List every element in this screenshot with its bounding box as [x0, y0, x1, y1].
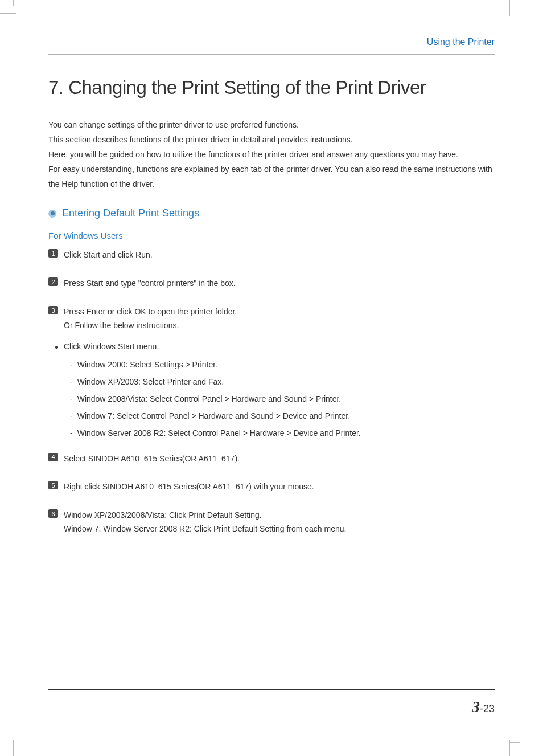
step-text: Select SINDOH A610_615 Series(OR A611_61…	[64, 452, 240, 466]
step-number-badge: 4	[48, 453, 58, 461]
dash-mark-icon: -	[70, 411, 73, 420]
dash-item: - Window 2000: Select Settings > Printer…	[70, 360, 495, 369]
dash-text: Window XP/2003: Select Printer and Fax.	[77, 377, 224, 386]
header-breadcrumb: Using the Printer	[48, 37, 495, 55]
step-3: 3 Press Enter or click OK to open the pr…	[48, 305, 495, 333]
step-text: Right click SINDOH A610_615 Series(OR A6…	[64, 480, 314, 494]
step-1: 1 Click Start and click Run.	[48, 248, 495, 262]
step-5: 5 Right click SINDOH A610_615 Series(OR …	[48, 480, 495, 494]
page-suffix: -23	[480, 703, 495, 714]
bullet-dot-icon	[55, 346, 58, 349]
step-4: 4 Select SINDOH A610_615 Series(OR A611_…	[48, 452, 495, 466]
step-text: Press Start and type "control printers" …	[64, 277, 236, 291]
dash-text: Window Server 2008 R2: Select Control Pa…	[77, 428, 361, 438]
bullet-text: Click Windows Start menu.	[64, 342, 159, 351]
section-title: Entering Default Print Settings	[62, 207, 199, 219]
crop-mark	[509, 0, 510, 16]
crop-mark	[510, 742, 520, 743]
step-number-badge: 2	[48, 277, 58, 286]
step-text: Window XP/2003/2008/Vista: Click Print D…	[64, 509, 346, 536]
step-number-badge: 5	[48, 481, 58, 489]
dash-mark-icon: -	[70, 360, 73, 369]
dash-item: - Window XP/2003: Select Printer and Fax…	[70, 377, 495, 386]
dash-mark-icon: -	[70, 428, 73, 438]
dash-text: Window 7: Select Control Panel > Hardwar…	[77, 411, 350, 420]
step-6: 6 Window XP/2003/2008/Vista: Click Print…	[48, 509, 495, 536]
dash-mark-icon: -	[70, 377, 73, 386]
bullet-icon	[48, 210, 56, 218]
crop-mark	[13, 740, 14, 756]
step-number-badge: 6	[48, 509, 58, 518]
page-number: 3-23	[48, 698, 495, 716]
step-text: Click Start and click Run.	[64, 248, 153, 262]
dash-mark-icon: -	[70, 394, 73, 403]
dash-text: Window 2008/Vista: Select Control Panel …	[77, 394, 342, 403]
step-number-badge: 1	[48, 249, 58, 258]
dash-item: - Window Server 2008 R2: Select Control …	[70, 428, 495, 438]
crop-mark	[0, 13, 16, 14]
footer: 3-23	[48, 689, 495, 716]
section-heading: Entering Default Print Settings	[48, 207, 495, 219]
subsection-title: For Windows Users	[48, 231, 495, 240]
step-2: 2 Press Start and type "control printers…	[48, 277, 495, 291]
chapter-number: 3	[472, 698, 480, 716]
bullet-item: Click Windows Start menu.	[55, 342, 495, 351]
page-content: Using the Printer 7. Changing the Print …	[0, 0, 543, 574]
dash-item: - Window 2008/Vista: Select Control Pane…	[70, 394, 495, 403]
dash-text: Window 2000: Select Settings > Printer.	[77, 360, 217, 369]
footer-divider	[48, 689, 495, 690]
dash-item: - Window 7: Select Control Panel > Hardw…	[70, 411, 495, 420]
main-heading: 7. Changing the Print Setting of the Pri…	[48, 77, 495, 99]
crop-mark	[13, 0, 14, 6]
step-text: Press Enter or click OK to open the prin…	[64, 305, 237, 333]
intro-paragraph: You can change settings of the printer d…	[48, 118, 495, 191]
step-number-badge: 3	[48, 306, 58, 314]
